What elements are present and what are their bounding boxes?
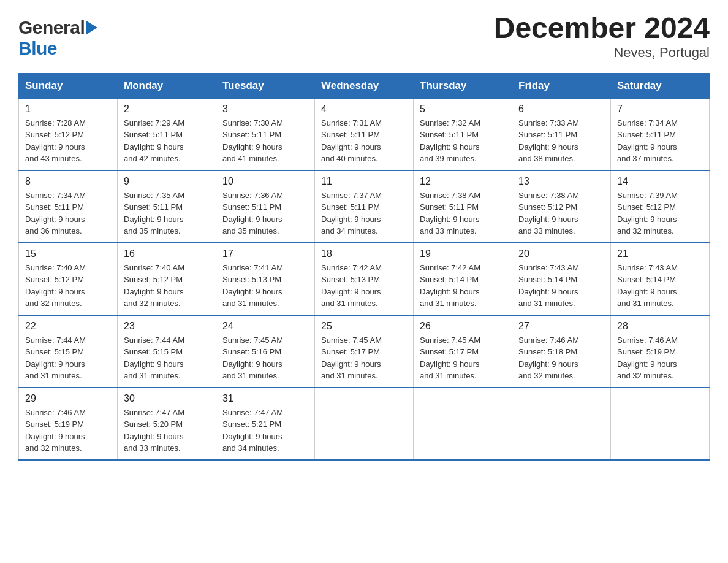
logo-triangle-icon: [86, 21, 97, 34]
calendar-cell: 12 Sunrise: 7:38 AM Sunset: 5:11 PM Dayl…: [414, 170, 512, 243]
day-number: 13: [518, 176, 604, 187]
day-info: Sunrise: 7:34 AM Sunset: 5:11 PM Dayligh…: [25, 190, 111, 237]
day-number: 14: [617, 176, 703, 187]
calendar-header-row: SundayMondayTuesdayWednesdayThursdayFrid…: [19, 73, 710, 98]
calendar-cell: 18 Sunrise: 7:42 AM Sunset: 5:13 PM Dayl…: [315, 243, 414, 315]
day-number: 31: [222, 393, 308, 404]
day-info: Sunrise: 7:39 AM Sunset: 5:12 PM Dayligh…: [617, 190, 703, 237]
day-info: Sunrise: 7:43 AM Sunset: 5:14 PM Dayligh…: [518, 262, 604, 310]
col-header-tuesday: Tuesday: [216, 73, 315, 98]
day-info: Sunrise: 7:29 AM Sunset: 5:11 PM Dayligh…: [124, 117, 210, 165]
day-number: 12: [420, 176, 506, 187]
day-number: 23: [124, 321, 210, 332]
day-info: Sunrise: 7:30 AM Sunset: 5:11 PM Dayligh…: [222, 117, 308, 165]
day-info: Sunrise: 7:46 AM Sunset: 5:19 PM Dayligh…: [25, 407, 111, 454]
calendar-cell: 6 Sunrise: 7:33 AM Sunset: 5:11 PM Dayli…: [512, 98, 611, 170]
calendar-cell: 7 Sunrise: 7:34 AM Sunset: 5:11 PM Dayli…: [611, 98, 710, 170]
day-info: Sunrise: 7:32 AM Sunset: 5:11 PM Dayligh…: [420, 117, 506, 165]
day-info: Sunrise: 7:42 AM Sunset: 5:14 PM Dayligh…: [420, 262, 506, 310]
calendar-cell: 11 Sunrise: 7:37 AM Sunset: 5:11 PM Dayl…: [315, 170, 414, 243]
day-number: 17: [222, 248, 308, 259]
calendar-week-row: 29 Sunrise: 7:46 AM Sunset: 5:19 PM Dayl…: [19, 388, 710, 460]
day-number: 15: [25, 248, 111, 259]
calendar-week-row: 1 Sunrise: 7:28 AM Sunset: 5:12 PM Dayli…: [19, 98, 710, 170]
col-header-wednesday: Wednesday: [315, 73, 414, 98]
day-info: Sunrise: 7:28 AM Sunset: 5:12 PM Dayligh…: [25, 117, 111, 165]
calendar-cell: 2 Sunrise: 7:29 AM Sunset: 5:11 PM Dayli…: [118, 98, 216, 170]
calendar-cell: 23 Sunrise: 7:44 AM Sunset: 5:15 PM Dayl…: [118, 315, 216, 388]
day-info: Sunrise: 7:46 AM Sunset: 5:19 PM Dayligh…: [617, 334, 703, 382]
calendar-cell: 13 Sunrise: 7:38 AM Sunset: 5:12 PM Dayl…: [512, 170, 611, 243]
day-number: 4: [321, 104, 407, 115]
day-number: 2: [124, 104, 210, 115]
month-title: December 2024: [494, 12, 710, 45]
day-info: Sunrise: 7:46 AM Sunset: 5:18 PM Dayligh…: [518, 334, 604, 382]
day-info: Sunrise: 7:44 AM Sunset: 5:15 PM Dayligh…: [124, 334, 210, 382]
calendar-cell: 14 Sunrise: 7:39 AM Sunset: 5:12 PM Dayl…: [611, 170, 710, 243]
calendar-cell: 27 Sunrise: 7:46 AM Sunset: 5:18 PM Dayl…: [512, 315, 611, 388]
day-info: Sunrise: 7:37 AM Sunset: 5:11 PM Dayligh…: [321, 190, 407, 237]
calendar-cell: 1 Sunrise: 7:28 AM Sunset: 5:12 PM Dayli…: [19, 98, 118, 170]
calendar-week-row: 22 Sunrise: 7:44 AM Sunset: 5:15 PM Dayl…: [19, 315, 710, 388]
calendar-cell: 4 Sunrise: 7:31 AM Sunset: 5:11 PM Dayli…: [315, 98, 414, 170]
day-number: 30: [124, 393, 210, 404]
calendar-cell: 30 Sunrise: 7:47 AM Sunset: 5:20 PM Dayl…: [118, 388, 216, 460]
day-number: 8: [25, 176, 111, 187]
day-info: Sunrise: 7:41 AM Sunset: 5:13 PM Dayligh…: [222, 262, 308, 310]
calendar-cell: 8 Sunrise: 7:34 AM Sunset: 5:11 PM Dayli…: [19, 170, 118, 243]
day-number: 18: [321, 248, 407, 259]
day-info: Sunrise: 7:42 AM Sunset: 5:13 PM Dayligh…: [321, 262, 407, 310]
calendar-cell: 21 Sunrise: 7:43 AM Sunset: 5:14 PM Dayl…: [611, 243, 710, 315]
day-info: Sunrise: 7:40 AM Sunset: 5:12 PM Dayligh…: [124, 262, 210, 310]
day-info: Sunrise: 7:33 AM Sunset: 5:11 PM Dayligh…: [518, 117, 604, 165]
title-block: December 2024 Neves, Portugal: [494, 12, 710, 61]
day-number: 28: [617, 321, 703, 332]
calendar-cell: 24 Sunrise: 7:45 AM Sunset: 5:16 PM Dayl…: [216, 315, 315, 388]
day-number: 20: [518, 248, 604, 259]
logo-blue-text: Blue: [18, 38, 57, 58]
day-info: Sunrise: 7:38 AM Sunset: 5:12 PM Dayligh…: [518, 190, 604, 237]
day-number: 25: [321, 321, 407, 332]
col-header-monday: Monday: [118, 73, 216, 98]
calendar-week-row: 8 Sunrise: 7:34 AM Sunset: 5:11 PM Dayli…: [19, 170, 710, 243]
location: Neves, Portugal: [494, 45, 710, 61]
day-info: Sunrise: 7:35 AM Sunset: 5:11 PM Dayligh…: [124, 190, 210, 237]
day-number: 29: [25, 393, 111, 404]
calendar-cell: 26 Sunrise: 7:45 AM Sunset: 5:17 PM Dayl…: [414, 315, 512, 388]
calendar-table: SundayMondayTuesdayWednesdayThursdayFrid…: [18, 73, 710, 461]
day-info: Sunrise: 7:44 AM Sunset: 5:15 PM Dayligh…: [25, 334, 111, 382]
calendar-cell: 15 Sunrise: 7:40 AM Sunset: 5:12 PM Dayl…: [19, 243, 118, 315]
calendar-cell: 20 Sunrise: 7:43 AM Sunset: 5:14 PM Dayl…: [512, 243, 611, 315]
calendar-cell: 22 Sunrise: 7:44 AM Sunset: 5:15 PM Dayl…: [19, 315, 118, 388]
calendar-cell: 16 Sunrise: 7:40 AM Sunset: 5:12 PM Dayl…: [118, 243, 216, 315]
day-number: 21: [617, 248, 703, 259]
day-info: Sunrise: 7:45 AM Sunset: 5:17 PM Dayligh…: [321, 334, 407, 382]
col-header-thursday: Thursday: [414, 73, 512, 98]
day-number: 10: [222, 176, 308, 187]
day-info: Sunrise: 7:34 AM Sunset: 5:11 PM Dayligh…: [617, 117, 703, 165]
day-info: Sunrise: 7:47 AM Sunset: 5:21 PM Dayligh…: [222, 407, 308, 454]
calendar-cell: 25 Sunrise: 7:45 AM Sunset: 5:17 PM Dayl…: [315, 315, 414, 388]
day-info: Sunrise: 7:40 AM Sunset: 5:12 PM Dayligh…: [25, 262, 111, 310]
day-number: 22: [25, 321, 111, 332]
day-info: Sunrise: 7:45 AM Sunset: 5:17 PM Dayligh…: [420, 334, 506, 382]
calendar-cell: 28 Sunrise: 7:46 AM Sunset: 5:19 PM Dayl…: [611, 315, 710, 388]
calendar-cell: 9 Sunrise: 7:35 AM Sunset: 5:11 PM Dayli…: [118, 170, 216, 243]
calendar-cell: [611, 388, 710, 460]
calendar-cell: 5 Sunrise: 7:32 AM Sunset: 5:11 PM Dayli…: [414, 98, 512, 170]
col-header-saturday: Saturday: [611, 73, 710, 98]
day-number: 11: [321, 176, 407, 187]
day-number: 9: [124, 176, 210, 187]
page-header: General Blue December 2024 Neves, Portug…: [18, 12, 710, 61]
calendar-cell: [414, 388, 512, 460]
day-number: 24: [222, 321, 308, 332]
calendar-cell: [315, 388, 414, 460]
col-header-friday: Friday: [512, 73, 611, 98]
day-number: 3: [222, 104, 308, 115]
calendar-cell: 10 Sunrise: 7:36 AM Sunset: 5:11 PM Dayl…: [216, 170, 315, 243]
day-info: Sunrise: 7:43 AM Sunset: 5:14 PM Dayligh…: [617, 262, 703, 310]
day-number: 1: [25, 104, 111, 115]
calendar-cell: 31 Sunrise: 7:47 AM Sunset: 5:21 PM Dayl…: [216, 388, 315, 460]
logo-general-text: General: [18, 17, 85, 38]
calendar-cell: [512, 388, 611, 460]
